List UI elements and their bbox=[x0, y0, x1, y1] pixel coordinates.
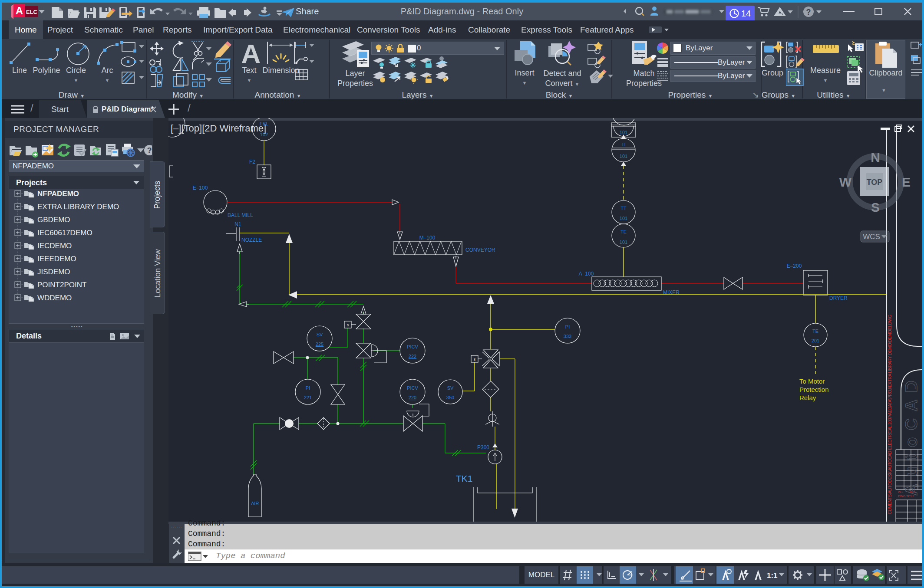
svg-text:EXTRA LIBRARY DEMO: EXTRA LIBRARY DEMO bbox=[37, 203, 119, 211]
svg-text:E–200: E–200 bbox=[787, 263, 802, 269]
svg-text:N: N bbox=[871, 150, 880, 164]
svg-text:s: s bbox=[347, 323, 349, 327]
svg-text:221: 221 bbox=[304, 395, 312, 400]
svg-text:PI: PI bbox=[565, 324, 570, 329]
svg-text:Relay: Relay bbox=[799, 394, 816, 401]
svg-text:IECDEMO: IECDEMO bbox=[37, 242, 72, 250]
svg-text:WCS: WCS bbox=[863, 233, 880, 241]
svg-text:ELC: ELC bbox=[26, 9, 38, 15]
svg-text:DRYER: DRYER bbox=[829, 295, 848, 301]
svg-text:201: 201 bbox=[812, 338, 819, 343]
svg-text:PICV: PICV bbox=[407, 344, 418, 349]
svg-text:101: 101 bbox=[620, 130, 627, 135]
svg-text:AIR: AIR bbox=[251, 501, 259, 506]
svg-text:SV: SV bbox=[317, 332, 323, 337]
svg-text:FSL: FSL bbox=[260, 121, 268, 126]
svg-text:CONVEYOR: CONVEYOR bbox=[465, 247, 495, 253]
svg-text:101: 101 bbox=[620, 154, 627, 159]
svg-text:TOP: TOP bbox=[867, 178, 883, 187]
svg-text:P300: P300 bbox=[477, 444, 489, 450]
svg-text:SV: SV bbox=[447, 385, 454, 391]
svg-text:WDDEMO: WDDEMO bbox=[37, 294, 72, 302]
svg-text:F2: F2 bbox=[249, 159, 255, 165]
svg-text:?: ? bbox=[806, 8, 811, 16]
svg-text:NOZZLE: NOZZLE bbox=[241, 237, 262, 243]
svg-text:W: W bbox=[839, 175, 852, 189]
svg-text:333: 333 bbox=[564, 334, 571, 339]
svg-text:E–100: E–100 bbox=[193, 185, 208, 191]
svg-text:TK1: TK1 bbox=[456, 473, 473, 483]
svg-text:BALL MILL: BALL MILL bbox=[228, 212, 253, 218]
svg-text:GBDEMO: GBDEMO bbox=[37, 216, 70, 224]
svg-text:101: 101 bbox=[620, 216, 627, 221]
svg-text:222: 222 bbox=[409, 354, 416, 359]
svg-text:1:1: 1:1 bbox=[767, 572, 778, 580]
svg-text:To Motor: To Motor bbox=[799, 378, 825, 385]
svg-text:PI: PI bbox=[306, 385, 310, 391]
svg-text:N1: N1 bbox=[234, 221, 241, 227]
svg-text:102: 102 bbox=[260, 132, 268, 137]
svg-text:TT: TT bbox=[620, 206, 627, 211]
svg-text:JISDEMO: JISDEMO bbox=[37, 268, 70, 276]
svg-text:IEC60617DEMO: IEC60617DEMO bbox=[37, 229, 92, 237]
svg-text:225: 225 bbox=[316, 342, 323, 347]
svg-text:?: ? bbox=[147, 146, 152, 155]
svg-text:TE: TE bbox=[620, 229, 627, 234]
svg-text:A: A bbox=[16, 5, 23, 16]
svg-text:POINT2POINT: POINT2POINT bbox=[37, 281, 86, 289]
svg-text:220: 220 bbox=[409, 395, 416, 400]
svg-text:NFPADEMO: NFPADEMO bbox=[37, 190, 79, 198]
svg-text:350: 350 bbox=[446, 395, 454, 400]
svg-text:IEEEDEMO: IEEEDEMO bbox=[37, 255, 76, 263]
svg-text:Protection: Protection bbox=[799, 386, 829, 393]
svg-text:TI: TI bbox=[621, 142, 626, 147]
svg-text:PICV: PICV bbox=[407, 385, 418, 391]
svg-text:A–100: A–100 bbox=[579, 271, 594, 277]
svg-text:M–100: M–100 bbox=[419, 235, 436, 241]
svg-text:E: E bbox=[902, 175, 911, 189]
svg-text:TE: TE bbox=[812, 328, 818, 334]
svg-text:s: s bbox=[474, 357, 476, 361]
svg-text:S: S bbox=[871, 200, 880, 214]
svg-text:CUMENTS\AUTODESK\AUTOCAD ELEC: CUMENTS\AUTODESK\AUTOCAD ELECTRICAL 2007… bbox=[888, 315, 892, 514]
svg-text:101: 101 bbox=[620, 240, 627, 245]
